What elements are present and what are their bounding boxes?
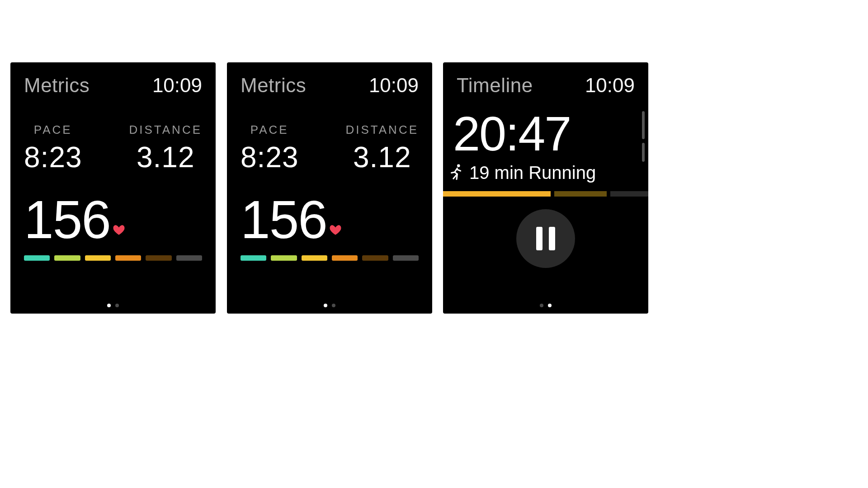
- page-dot[interactable]: [540, 304, 543, 307]
- activity-row: 19 min Running: [443, 158, 648, 183]
- watch-screen-timeline: Timeline 10:09 20:47 19 min Running: [443, 62, 648, 314]
- timeline-progress-bar: [443, 183, 648, 197]
- zone-segment: [115, 255, 141, 261]
- watch-screen-metrics: Metrics 10:09 PACE 8:23 DISTANCE 3.12 15…: [227, 62, 432, 314]
- clock-time: 10:09: [152, 74, 202, 97]
- pause-button[interactable]: [516, 209, 575, 268]
- pause-icon: [536, 227, 555, 250]
- metric-value: 8:23: [24, 141, 82, 174]
- metric-value: 3.12: [353, 141, 411, 174]
- zone-segment: [393, 255, 419, 261]
- heart-rate-value: 156: [241, 196, 327, 244]
- page-indicator[interactable]: [10, 304, 216, 307]
- heart-icon: [330, 225, 341, 237]
- zone-segment: [146, 255, 171, 261]
- screen-title: Metrics: [241, 74, 306, 97]
- metric-label: PACE: [34, 123, 72, 137]
- running-icon: [448, 163, 465, 183]
- metric-value: 8:23: [241, 141, 299, 174]
- watch-screen-metrics: Metrics 10:09 PACE 8:23 DISTANCE 3.12 15…: [10, 62, 216, 314]
- screen-title: Metrics: [24, 74, 90, 97]
- elapsed-time: 20:47: [443, 97, 648, 158]
- page-dot[interactable]: [548, 304, 552, 307]
- heart-rate-value: 156: [24, 196, 110, 244]
- scroll-indicator[interactable]: [642, 111, 645, 139]
- metric-pace: PACE 8:23: [24, 123, 82, 174]
- activity-label: 19 min Running: [469, 163, 596, 183]
- timeline-segment: [610, 191, 648, 197]
- metric-label: PACE: [250, 123, 289, 137]
- zone-segment: [241, 255, 266, 261]
- screen-title: Timeline: [457, 74, 533, 97]
- metric-pace: PACE 8:23: [241, 123, 299, 174]
- clock-time: 10:09: [585, 74, 635, 97]
- zone-segment: [362, 255, 388, 261]
- zone-segment: [54, 255, 80, 261]
- zone-segment: [176, 255, 202, 261]
- zone-segment: [271, 255, 297, 261]
- page-dot[interactable]: [115, 304, 119, 307]
- heart-icon: [113, 225, 125, 237]
- page-dot[interactable]: [324, 304, 327, 307]
- page-dot[interactable]: [107, 304, 111, 307]
- zone-segment: [24, 255, 50, 261]
- timeline-segment: [554, 191, 606, 197]
- zone-segment: [85, 255, 111, 261]
- metric-label: DISTANCE: [129, 123, 202, 137]
- clock-time: 10:09: [369, 74, 419, 97]
- metric-distance: DISTANCE 3.12: [129, 123, 202, 174]
- zone-segment: [302, 255, 327, 261]
- zone-segment: [332, 255, 358, 261]
- page-dot[interactable]: [332, 304, 335, 307]
- metric-value: 3.12: [137, 141, 195, 174]
- metric-distance: DISTANCE 3.12: [345, 123, 419, 174]
- svg-point-0: [457, 164, 460, 167]
- timeline-segment: [443, 191, 551, 197]
- page-indicator[interactable]: [443, 304, 648, 307]
- page-indicator[interactable]: [227, 304, 432, 307]
- metric-label: DISTANCE: [345, 123, 419, 137]
